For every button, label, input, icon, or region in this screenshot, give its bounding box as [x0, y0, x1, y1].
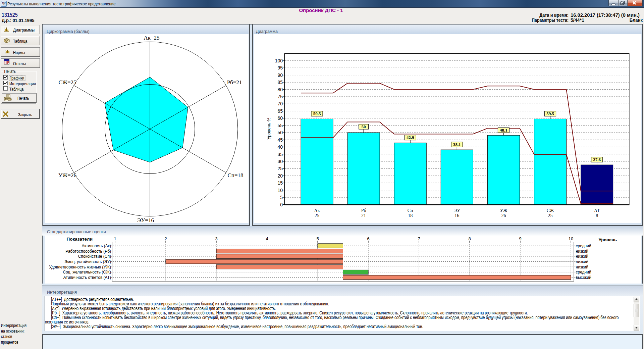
svg-text:100: 100 [275, 58, 283, 63]
svg-text:Рб=21: Рб=21 [227, 79, 242, 86]
svg-text:59.5: 59.5 [546, 111, 554, 116]
svg-text:низкий: низкий [576, 249, 589, 254]
svg-text:4: 4 [266, 236, 268, 241]
svg-text:Уровень: Уровень [599, 237, 617, 242]
svg-text:3: 3 [215, 236, 217, 241]
svg-text:55: 55 [277, 123, 283, 128]
svg-text:50: 50 [362, 124, 366, 129]
svg-text:высокий: высокий [576, 275, 591, 280]
svg-text:1: 1 [114, 236, 116, 241]
svg-text:Спокойствие (Сп): Спокойствие (Сп) [78, 254, 111, 259]
svg-text:40: 40 [277, 144, 283, 150]
svg-text:низкий: низкий [576, 265, 589, 269]
svg-text:25: 25 [315, 213, 319, 218]
svg-text:СЖ=25: СЖ=25 [58, 79, 76, 86]
svg-text:Соц. желательность (СЖ): Соц. желательность (СЖ) [63, 270, 111, 275]
svg-text:Удовлетворенность жизнью (УЖ): Удовлетворенность жизнью (УЖ) [49, 265, 111, 269]
svg-text:Ак=25: Ак=25 [144, 35, 159, 41]
svg-text:низкий: низкий [576, 259, 589, 264]
svg-text:25: 25 [277, 166, 283, 171]
svg-text:38.1: 38.1 [453, 142, 461, 147]
svg-text:СЖ: СЖ [547, 208, 554, 213]
svg-text:90: 90 [277, 72, 283, 78]
svg-text:средний: средний [576, 244, 591, 248]
svg-text:Рб: Рб [361, 208, 366, 213]
svg-text:Уровень %: Уровень % [266, 117, 271, 140]
svg-text:УЖ: УЖ [500, 208, 507, 213]
svg-text:59.5: 59.5 [313, 111, 321, 116]
svg-text:средний: средний [576, 270, 591, 275]
svg-text:Активность (Ак): Активность (Ак) [82, 244, 111, 248]
svg-text:5: 5 [316, 236, 319, 241]
svg-text:9: 9 [519, 236, 521, 241]
svg-text:ЭУ: ЭУ [454, 208, 460, 213]
svg-text:48.1: 48.1 [500, 128, 507, 133]
svg-text:27.6: 27.6 [593, 157, 601, 162]
svg-text:16: 16 [454, 213, 459, 218]
svg-text:Сп=18: Сп=18 [227, 172, 243, 179]
svg-text:УЖ=26: УЖ=26 [58, 172, 76, 179]
svg-text:95: 95 [277, 65, 283, 70]
svg-text:21: 21 [361, 213, 366, 218]
svg-text:ЭУ=16: ЭУ=16 [137, 217, 154, 223]
svg-text:10: 10 [277, 188, 283, 193]
svg-text:70: 70 [277, 101, 283, 106]
svg-text:низкий: низкий [576, 254, 589, 259]
svg-text:8: 8 [596, 213, 598, 218]
svg-text:2: 2 [164, 236, 167, 241]
svg-text:75: 75 [277, 94, 283, 99]
svg-text:26: 26 [501, 213, 506, 218]
svg-text:Показатели: Показатели [67, 237, 93, 242]
svg-text:85: 85 [277, 80, 283, 85]
svg-text:20: 20 [277, 173, 283, 179]
svg-text:18: 18 [408, 213, 413, 218]
svg-text:25: 25 [548, 213, 553, 218]
svg-text:6: 6 [367, 236, 369, 241]
svg-text:8: 8 [468, 236, 471, 241]
svg-text:Атипичность ответов (АТ): Атипичность ответов (АТ) [63, 275, 111, 280]
svg-text:65: 65 [277, 108, 283, 114]
svg-text:60: 60 [277, 115, 283, 121]
svg-text:0: 0 [280, 202, 283, 207]
svg-text:15: 15 [277, 180, 283, 186]
svg-text:7: 7 [418, 236, 420, 241]
svg-text:Сп: Сп [408, 208, 413, 213]
svg-text:30: 30 [277, 159, 283, 164]
svg-text:80: 80 [277, 87, 283, 92]
svg-text:5: 5 [280, 195, 283, 200]
svg-text:Работоспособность (Рб): Работоспособность (Рб) [65, 249, 111, 254]
svg-text:50: 50 [277, 130, 283, 135]
svg-text:42.9: 42.9 [407, 135, 414, 140]
svg-text:Ак: Ак [314, 208, 320, 213]
svg-text:Эмоц. устойчивость (ЭУ): Эмоц. устойчивость (ЭУ) [64, 259, 111, 264]
svg-text:35: 35 [277, 152, 283, 157]
svg-text:10: 10 [569, 236, 573, 241]
svg-text:45: 45 [277, 137, 283, 143]
svg-text:АТ: АТ [594, 208, 600, 213]
